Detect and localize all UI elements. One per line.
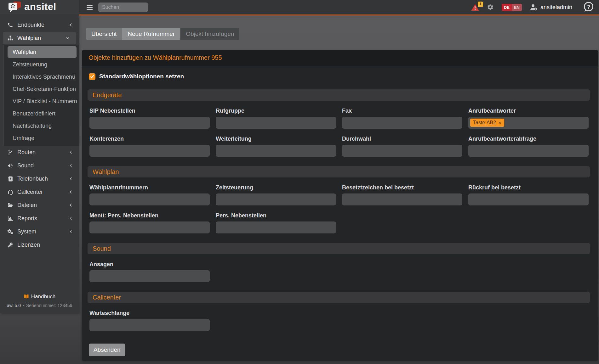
sidebar-item-system[interactable]: System bbox=[0, 225, 79, 238]
input-rufgruppe[interactable] bbox=[216, 117, 336, 129]
menu-toggle-icon[interactable] bbox=[86, 4, 94, 11]
section-fields-w-hlplan: WählplanrufnummernZeitsteuerungBesetztze… bbox=[88, 177, 590, 233]
sidebar-item-endpunkte[interactable]: Endpunkte bbox=[0, 18, 79, 31]
input-fax[interactable] bbox=[342, 117, 462, 129]
sidebar-item-label: Telefonbuch bbox=[17, 176, 48, 182]
alerts-count-badge: 1 bbox=[478, 2, 483, 7]
field-besetztzeichen-bei-besetzt: Besetztzeichen bei besetzt bbox=[342, 177, 462, 205]
sidebar-item-w-hlplan[interactable]: Wählplan bbox=[3, 32, 76, 44]
section-header-w-hlplan: Wählplan bbox=[88, 166, 590, 177]
submenu-item-chef-sekret-rin-funktion[interactable]: Chef-Sekretärin-Funktion bbox=[3, 83, 79, 95]
field-w-hlplanrufnummern: Wählplanrufnummern bbox=[89, 177, 210, 205]
field-label-warteschlange: Warteschlange bbox=[89, 310, 210, 316]
folder-open-icon bbox=[7, 202, 14, 208]
sidebar: EndpunkteWählplanWählplanZeitsteuerungIn… bbox=[0, 14, 79, 313]
sidebar-item-sound[interactable]: Sound bbox=[0, 159, 79, 172]
sidebar-item-reports[interactable]: Reports bbox=[0, 212, 79, 225]
sidebar-item-label: Reports bbox=[17, 215, 37, 222]
section-fields-endger-te: SIP NebenstellenRufgruppeFaxAnrufbeantwo… bbox=[88, 101, 590, 157]
chevron-left-icon bbox=[69, 176, 73, 181]
lang-en-button[interactable]: EN bbox=[512, 4, 522, 11]
tag-input-anrufbeantworter[interactable]: Taste:AB2× bbox=[468, 117, 589, 129]
section-fields-callcenter: Warteschlange bbox=[88, 303, 590, 331]
topbar: ansitel 1 DE EN bbox=[0, 0, 599, 14]
submenu-item-zeitsteuerung[interactable]: Zeitsteuerung bbox=[3, 59, 79, 71]
standard-options-row[interactable]: Standardwähloptionen setzen bbox=[89, 73, 590, 80]
key-icon bbox=[7, 242, 14, 248]
sidebar-item-lizenzen[interactable]: Lizenzen bbox=[0, 238, 79, 251]
sidebar-item-label: Routen bbox=[17, 149, 36, 156]
field-pers-nebenstellen: Pers. Nebenstellen bbox=[216, 205, 336, 233]
field-label-fax: Fax bbox=[342, 108, 462, 114]
submenu-item-benutzerdefiniert[interactable]: Benutzerdefiniert bbox=[3, 108, 79, 120]
submenu-item-w-hlplan[interactable]: Wählplan bbox=[8, 46, 77, 58]
app-logo[interactable]: ansitel bbox=[0, 0, 79, 14]
field-men-pers-nebenstellen: Menü: Pers. Nebenstellen bbox=[89, 205, 210, 233]
field-label-pers-nebenstellen: Pers. Nebenstellen bbox=[216, 212, 336, 219]
help-question-icon: ? bbox=[582, 1, 595, 14]
standard-options-checkbox[interactable] bbox=[89, 73, 95, 80]
book-icon bbox=[24, 294, 29, 299]
input-konferenzen[interactable] bbox=[89, 145, 210, 157]
search-input[interactable] bbox=[98, 3, 148, 12]
main-content: ÜbersichtNeue RufnummerObjekt hinzufügen… bbox=[79, 15, 599, 364]
sidebar-item-callcenter[interactable]: Callcenter bbox=[0, 185, 79, 199]
user-menu[interactable]: ansiteladmin bbox=[530, 4, 572, 11]
help-button[interactable]: ? bbox=[582, 1, 595, 14]
chevron-left-icon bbox=[69, 150, 73, 154]
headset-icon bbox=[7, 189, 14, 195]
input-durchwahl[interactable] bbox=[342, 145, 462, 157]
field-label-sip-nebenstellen: SIP Nebenstellen bbox=[89, 108, 210, 114]
chevron-down-icon bbox=[65, 36, 70, 40]
field-label-w-hlplanrufnummern: Wählplanrufnummern bbox=[89, 184, 210, 191]
code-branch-icon bbox=[7, 149, 14, 155]
remove-tag-icon[interactable]: × bbox=[498, 120, 501, 126]
tab-neue-rufnummer[interactable]: Neue Rufnummer bbox=[122, 28, 180, 40]
field-label-men-pers-nebenstellen: Menü: Pers. Nebenstellen bbox=[89, 212, 210, 219]
field-konferenzen: Konferenzen bbox=[89, 129, 210, 157]
version-info: awi 5.0•Seriennummer: 123456 bbox=[0, 303, 79, 308]
alerts-button[interactable]: 1 bbox=[471, 4, 479, 11]
field-sip-nebenstellen: SIP Nebenstellen bbox=[89, 101, 210, 129]
submenu-item-umfrage[interactable]: Umfrage bbox=[3, 132, 79, 144]
sidebar-item-label: Callcenter bbox=[17, 189, 43, 195]
input-weiterleitung[interactable] bbox=[216, 145, 336, 157]
sidebar-item-telefonbuch[interactable]: Telefonbuch bbox=[0, 172, 79, 185]
submenu-item-nachtschaltung[interactable]: Nachtschaltung bbox=[3, 120, 79, 132]
submenu-item-vip-blacklist-nummern[interactable]: VIP / Blacklist - Nummern bbox=[3, 95, 79, 108]
bar-chart-icon bbox=[7, 216, 14, 221]
input-sip-nebenstellen[interactable] bbox=[89, 117, 210, 129]
input-men-pers-nebenstellen[interactable] bbox=[89, 221, 210, 233]
input-w-hlplanrufnummern[interactable] bbox=[89, 193, 210, 205]
input-besetztzeichen-bei-besetzt[interactable] bbox=[342, 193, 462, 205]
sidebar-item-routen[interactable]: Routen bbox=[0, 146, 79, 159]
field-label-durchwahl: Durchwahl bbox=[342, 136, 462, 142]
sidebar-item-dateien[interactable]: Dateien bbox=[0, 199, 79, 212]
settings-button[interactable] bbox=[487, 4, 494, 11]
form-sections: EndgeräteSIP NebenstellenRufgruppeFaxAnr… bbox=[88, 89, 590, 331]
field-ansagen: Ansagen bbox=[89, 254, 210, 282]
serial-label: Seriennummer: 123456 bbox=[26, 303, 72, 308]
brand-name: ansitel bbox=[24, 2, 56, 13]
tab-bersicht[interactable]: Übersicht bbox=[86, 28, 122, 40]
lang-de-button[interactable]: DE bbox=[502, 4, 512, 11]
manual-link[interactable]: Handbuch bbox=[24, 294, 56, 300]
input-r-ckruf-bei-besetzt[interactable] bbox=[468, 193, 589, 205]
field-durchwahl: Durchwahl bbox=[342, 129, 462, 157]
input-ansagen[interactable] bbox=[89, 270, 210, 282]
volume-icon bbox=[7, 163, 14, 169]
submenu-item-interaktives-sprachmen[interactable]: Interaktives Sprachmenü bbox=[3, 71, 79, 83]
standard-options-label: Standardwähloptionen setzen bbox=[99, 73, 184, 80]
field-rufgruppe: Rufgruppe bbox=[216, 101, 336, 129]
input-warteschlange[interactable] bbox=[89, 319, 210, 331]
address-book-icon bbox=[7, 176, 14, 182]
submenu-w-hlplan: WählplanZeitsteuerungInteraktives Sprach… bbox=[3, 45, 79, 146]
search-box bbox=[98, 3, 148, 12]
input-pers-nebenstellen[interactable] bbox=[216, 221, 336, 233]
input-zeitsteuerung[interactable] bbox=[216, 193, 336, 205]
submit-button[interactable]: Absenden bbox=[89, 344, 125, 356]
tag-chip-taste-ab2: Taste:AB2× bbox=[470, 119, 504, 127]
field-label-konferenzen: Konferenzen bbox=[89, 136, 210, 142]
topbar-main: 1 DE EN ansiteladmin bbox=[79, 0, 599, 14]
input-anrufbeantworterabfrage[interactable] bbox=[468, 145, 589, 157]
